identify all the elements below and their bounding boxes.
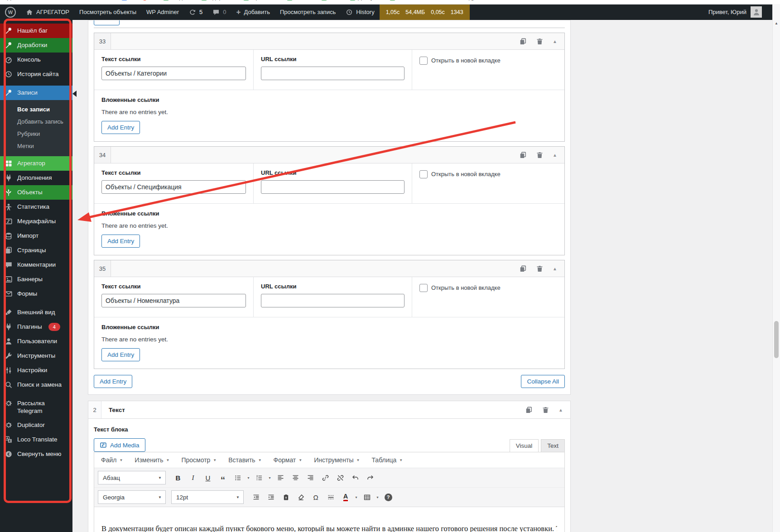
help-button[interactable]: ? xyxy=(381,491,395,503)
bookmark-folder[interactable]: Анализ▾ xyxy=(35,0,58,0)
partial-add-entry-button[interactable] xyxy=(94,20,120,25)
sidebar-item-addons[interactable]: Дополнения xyxy=(0,171,72,185)
sidebar-item-settings[interactable]: Настройки xyxy=(0,363,72,378)
bookmark-folder[interactable]: Work▾ xyxy=(427,0,444,0)
editor-content[interactable]: В документации будет описан каждый пункт… xyxy=(94,507,564,532)
bookmark-folder[interactable]: Life▾ xyxy=(67,0,81,0)
collapse-up-icon[interactable]: ▲ xyxy=(559,407,563,412)
text-color-button[interactable]: A xyxy=(339,491,352,503)
history-menu[interactable]: History xyxy=(341,4,379,20)
table-button[interactable] xyxy=(360,491,374,503)
collapse-up-icon[interactable]: ▲ xyxy=(553,153,557,158)
link-button[interactable] xyxy=(318,471,332,484)
link-url-input[interactable] xyxy=(261,67,404,80)
add-entry-button[interactable]: Add Entry xyxy=(94,375,132,388)
open-new-tab-checkbox[interactable] xyxy=(419,170,428,178)
performance-monitor[interactable]: 1,05с 54,4МБ 0,05с 1343 xyxy=(380,4,470,20)
sidebar-item-tools[interactable]: Инструменты xyxy=(0,349,72,363)
bold-button[interactable]: B xyxy=(171,471,185,484)
entry-header[interactable]: 33 ▲ xyxy=(94,33,564,50)
menu-tools[interactable]: Инструменты▼ xyxy=(314,456,360,464)
outdent-button[interactable] xyxy=(249,491,263,503)
comments-link[interactable]: 0 xyxy=(207,4,231,20)
link-text-input[interactable] xyxy=(101,294,246,307)
trash-icon[interactable] xyxy=(536,265,544,273)
sidebar-item-collapse-menu[interactable]: Свернуть меню xyxy=(0,447,72,461)
sidebar-item-pages[interactable]: Страницы xyxy=(0,243,72,258)
menu-file[interactable]: Файл▼ xyxy=(101,456,123,464)
scrollbar-thumb[interactable] xyxy=(774,321,779,358)
sidebar-item-search-replace[interactable]: Поиск и замена xyxy=(0,378,72,392)
bookmark-item[interactable]: Память xyxy=(390,0,418,0)
menu-edit[interactable]: Изменить▼ xyxy=(135,456,169,464)
numbered-list-dropdown[interactable]: ▼ xyxy=(267,471,272,484)
add-new-menu[interactable]: +Добавить xyxy=(231,4,275,20)
sidebar-item-aggregator[interactable]: Агрегатор xyxy=(0,156,72,171)
align-center-button[interactable] xyxy=(289,471,302,484)
trash-icon[interactable] xyxy=(542,406,549,414)
bookmark-folder[interactable]: Исследую▾ xyxy=(453,0,483,0)
add-entry-button[interactable]: Add Entry xyxy=(101,235,140,248)
tab-text[interactable]: Text xyxy=(541,439,565,452)
menu-view[interactable]: Просмотр▼ xyxy=(181,456,217,464)
menu-format[interactable]: Формат▼ xyxy=(274,456,303,464)
undo-button[interactable] xyxy=(348,471,362,484)
sidebar-item-appearance[interactable]: Внешний вид xyxy=(0,305,72,320)
wp-adminer-link[interactable]: WP Adminer xyxy=(141,4,184,20)
user-greeting[interactable]: Привет, Юрий xyxy=(708,9,746,15)
text-block-header[interactable]: 2 Текст ▲ xyxy=(88,401,570,419)
italic-button[interactable]: I xyxy=(186,471,200,484)
sidebar-item-media[interactable]: Медиафайлы xyxy=(0,214,72,229)
sidebar-item-bug-found[interactable]: Нашёл баг xyxy=(0,24,72,38)
site-name-link[interactable]: АГРЕГАТОР xyxy=(21,4,74,20)
sidebar-item-forms[interactable]: Формы xyxy=(0,287,72,301)
add-entry-button[interactable]: Add Entry xyxy=(101,121,140,134)
table-dropdown[interactable]: ▼ xyxy=(375,491,380,503)
sidebar-item-telegram-mailing[interactable]: Рассылка Telegram xyxy=(0,396,72,418)
bookmark-item[interactable]: Привычки xyxy=(243,0,278,0)
collapse-up-icon[interactable]: ▲ xyxy=(553,39,557,44)
sidebar-item-banners[interactable]: Баннеры xyxy=(0,272,72,287)
clear-formatting-button[interactable] xyxy=(294,491,308,503)
paste-as-text-button[interactable] xyxy=(279,491,293,503)
align-right-button[interactable] xyxy=(303,471,317,484)
sidebar-item-comments[interactable]: Комментарии xyxy=(0,258,72,272)
view-objects-link[interactable]: Посмотреть объекты xyxy=(74,4,141,20)
bullet-list-dropdown[interactable]: ▼ xyxy=(246,471,251,484)
link-url-input[interactable] xyxy=(261,180,404,194)
font-family-select[interactable]: Georgia▼ xyxy=(98,490,166,504)
sidebar-item-console[interactable]: Консоль xyxy=(0,53,72,67)
link-text-input[interactable] xyxy=(101,67,246,80)
duplicate-icon[interactable] xyxy=(519,38,527,45)
font-size-select[interactable]: 12pt▼ xyxy=(171,490,244,504)
duplicate-icon[interactable] xyxy=(519,265,527,273)
sidebar-item-posts[interactable]: Записи xyxy=(0,86,72,100)
bullet-list-button[interactable] xyxy=(231,471,245,484)
bookmark-item[interactable]: Бюджет xyxy=(163,0,192,0)
bookmark-item[interactable]: К xyxy=(121,0,133,0)
submenu-tags[interactable]: Метки xyxy=(0,140,72,152)
collapse-all-button[interactable]: Collapse All xyxy=(521,375,565,388)
numbered-list-button[interactable] xyxy=(252,471,266,484)
avatar[interactable] xyxy=(751,6,762,18)
sidebar-item-plugins[interactable]: Плагины4 xyxy=(0,320,72,334)
sidebar-item-users[interactable]: Пользователи xyxy=(0,334,72,349)
bookmark-item[interactable]: Доступы xyxy=(350,0,380,0)
bookmark-item[interactable]: Здоровье xyxy=(201,0,235,0)
blockquote-button[interactable]: “ xyxy=(216,471,230,484)
redo-button[interactable] xyxy=(363,471,377,484)
add-media-button[interactable]: Add Media xyxy=(94,438,145,452)
bookmark-folder[interactable]: Работа▾ xyxy=(90,0,112,0)
open-new-tab-checkbox[interactable] xyxy=(419,284,428,292)
duplicate-icon[interactable] xyxy=(525,406,533,414)
unlink-button[interactable] xyxy=(333,471,347,484)
add-entry-button[interactable]: Add Entry xyxy=(101,348,140,361)
submenu-add-post[interactable]: Добавить запись xyxy=(0,115,72,128)
indent-button[interactable] xyxy=(264,491,278,503)
horizontal-rule-button[interactable] xyxy=(324,491,337,503)
sidebar-item-duplicator[interactable]: Duplicator xyxy=(0,418,72,432)
tab-visual[interactable]: Visual xyxy=(510,439,539,452)
submenu-all-posts[interactable]: Все записи xyxy=(0,103,72,115)
trash-icon[interactable] xyxy=(536,151,544,159)
link-text-input[interactable] xyxy=(101,180,246,194)
